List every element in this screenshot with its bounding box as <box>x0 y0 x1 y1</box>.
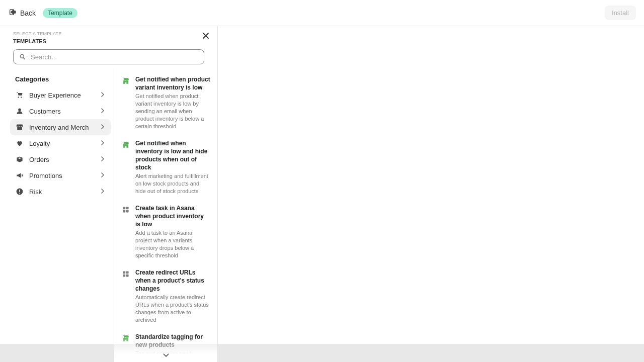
close-icon <box>202 32 209 39</box>
template-title: Get notified when inventory is low and h… <box>135 139 210 172</box>
back-button[interactable]: Back <box>8 8 36 18</box>
back-arrow-icon <box>8 8 17 18</box>
svg-rect-3 <box>123 207 125 209</box>
template-description: Automatically create redirect URLs when … <box>135 294 210 323</box>
svg-rect-5 <box>123 210 125 213</box>
template-title: Create task in Asana when product invent… <box>135 204 210 229</box>
chevron-right-icon <box>100 156 106 163</box>
template-description: Alert marketing and fulfillment on low s… <box>135 172 210 195</box>
back-label: Back <box>20 9 36 17</box>
template-item[interactable]: Get notified when product variant invent… <box>119 71 212 135</box>
search-input[interactable] <box>31 53 199 61</box>
chevron-right-icon <box>100 172 106 179</box>
svg-rect-4 <box>126 207 129 209</box>
category-label: Promotions <box>29 172 62 179</box>
heart-icon <box>15 139 24 147</box>
category-label: Inventory and Merch <box>29 124 89 131</box>
category-item[interactable]: Buyer Experience <box>10 87 111 103</box>
chevron-right-icon <box>100 92 106 99</box>
category-item[interactable]: Customers <box>10 103 111 119</box>
shop-icon <box>121 334 130 343</box>
category-label: Risk <box>29 188 42 196</box>
chevron-right-icon <box>100 124 106 131</box>
search-input-wrap[interactable] <box>13 49 204 64</box>
categories-heading: Categories <box>10 71 111 87</box>
category-item[interactable]: Orders <box>10 151 111 167</box>
svg-rect-6 <box>126 210 129 213</box>
user-icon <box>15 107 24 115</box>
category-item[interactable]: Inventory and Merch <box>10 119 111 135</box>
svg-rect-9 <box>123 275 125 277</box>
svg-rect-7 <box>123 271 125 274</box>
megaphone-icon <box>15 171 24 179</box>
template-picker-panel: SELECT A TEMPLATE TEMPLATES Categories B… <box>0 26 218 362</box>
close-button[interactable] <box>200 30 211 43</box>
alert-icon <box>15 188 24 196</box>
category-item[interactable]: Loyalty <box>10 135 111 151</box>
search-icon <box>19 53 27 61</box>
template-item[interactable]: Create task in Asana when product invent… <box>119 200 212 264</box>
cart-icon <box>15 91 24 99</box>
chevron-right-icon <box>100 188 106 196</box>
grid-icon <box>121 269 130 279</box>
canvas-area <box>218 26 644 362</box>
grid-icon <box>121 205 130 214</box>
panel-eyebrow: SELECT A TEMPLATE <box>13 31 209 36</box>
panel-title: TEMPLATES <box>13 38 209 44</box>
shop-icon <box>121 76 130 85</box>
store-icon <box>15 123 24 131</box>
templates-list: Get notified when product variant invent… <box>114 68 217 362</box>
template-title: Get notified when product variant invent… <box>135 75 210 92</box>
svg-rect-10 <box>126 275 129 277</box>
category-label: Orders <box>29 156 49 163</box>
template-pill: Template <box>43 8 77 18</box>
template-title: Standardize tagging for new products <box>135 333 210 349</box>
template-description: Add a task to an Asana project when a va… <box>135 229 210 259</box>
chevron-right-icon <box>100 140 106 147</box>
category-label: Loyalty <box>29 140 50 147</box>
install-button[interactable]: Install <box>605 6 636 20</box>
category-label: Buyer Experience <box>29 92 81 99</box>
box-icon <box>15 155 24 163</box>
category-item[interactable]: Promotions <box>10 167 111 184</box>
shop-icon <box>121 140 130 149</box>
chevron-right-icon <box>100 108 106 115</box>
template-description: Tag and organize newly added or imported… <box>135 350 210 362</box>
categories-list: Categories Buyer ExperienceCustomersInve… <box>0 68 114 362</box>
svg-rect-2 <box>19 193 20 194</box>
top-bar: Back Template Install <box>0 0 644 26</box>
template-description: Get notified when product variant invent… <box>135 93 210 130</box>
category-item[interactable]: Risk <box>10 184 111 200</box>
template-item[interactable]: Get notified when inventory is low and h… <box>119 135 212 200</box>
template-item[interactable]: Standardize tagging for new productsTag … <box>119 329 212 362</box>
svg-rect-1 <box>19 190 20 192</box>
template-item[interactable]: Create redirect URLs when a product's st… <box>119 264 212 329</box>
template-title: Create redirect URLs when a product's st… <box>135 268 210 293</box>
svg-rect-8 <box>126 271 129 274</box>
category-label: Customers <box>29 108 61 115</box>
